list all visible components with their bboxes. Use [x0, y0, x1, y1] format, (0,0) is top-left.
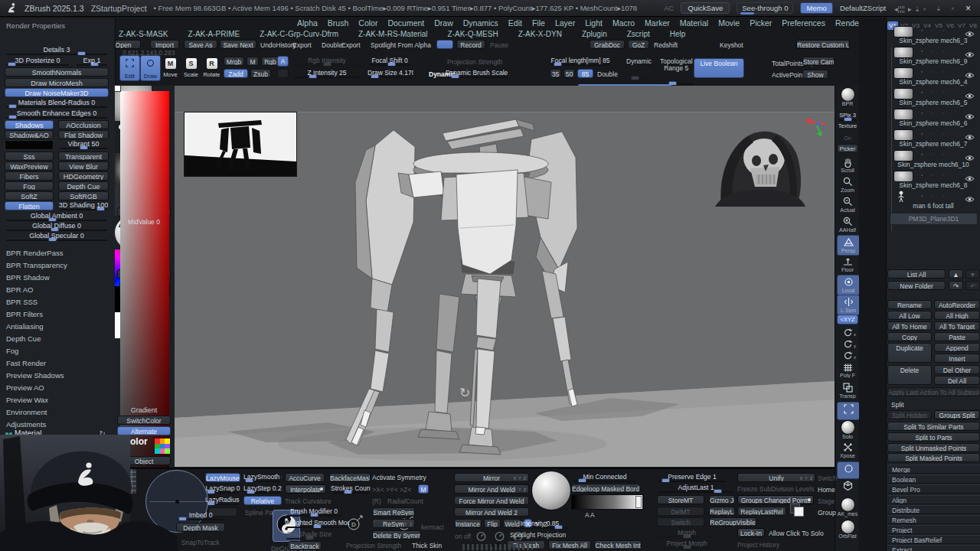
menu-dynamics[interactable]: Dynamics — [463, 18, 498, 28]
subtool-row-man-6-foot-tall[interactable]: ▪◦◦man 6 foot tall — [887, 191, 979, 210]
menu-help[interactable]: Help — [670, 30, 686, 38]
slider-lazysmooth-0[interactable]: LazySmooth 0 — [243, 473, 282, 482]
slider-details-3[interactable]: Details 3 — [5, 46, 109, 55]
xyz-toggles[interactable]: X Y Z — [400, 509, 413, 517]
menu-z-ak-a-prime[interactable]: Z-AK-A-PRIME — [188, 30, 240, 38]
button-switchcolor[interactable]: SwitchColor — [117, 416, 171, 425]
slider-lazystep-0-25[interactable]: LazyStep 0.25 — [243, 484, 282, 494]
strip-ak-mes[interactable]: AK_mes — [837, 497, 858, 518]
button-restore-custom-ui[interactable]: Restore Custom UI — [796, 40, 850, 49]
slider-project-morph[interactable]: Project Morph — [657, 540, 717, 549]
button-picker[interactable]: Picker — [837, 144, 858, 153]
button-aocclusion[interactable]: AOcclusion — [58, 120, 109, 129]
slider-brush-modifier-0[interactable]: Brush Modifier 0 — [285, 507, 343, 517]
strip-rotx-icon[interactable]: x — [837, 326, 858, 337]
button-rename[interactable]: Rename — [887, 300, 932, 309]
strip-solo[interactable]: Solo — [837, 420, 858, 440]
strip-l-sym-icon[interactable]: L.Sym — [837, 295, 860, 315]
button-zsub[interactable]: Zsub — [250, 69, 271, 78]
button-split-masked-points[interactable]: Split Masked Points — [887, 453, 980, 462]
button-fibers[interactable]: Fibers — [5, 171, 54, 181]
palette-section-antialiasing[interactable]: Antialiasing — [6, 323, 110, 333]
menu-material[interactable]: Material — [680, 18, 708, 28]
strip-persp-icon[interactable]: Persp — [837, 235, 860, 256]
palette-section-preview-wax[interactable]: Preview Wax — [6, 396, 110, 406]
button-item[interactable] — [277, 69, 289, 78]
subtool-row-skin-zsphere-mech6-6[interactable]: ▪◦◦Skin_zsphere mech6_6 — [887, 108, 979, 128]
button-del-other[interactable]: Del Other — [934, 365, 980, 374]
button-shadow-ao[interactable]: Shadow&AO — [5, 130, 54, 139]
button-item[interactable]: ▲ — [949, 269, 963, 279]
button-item[interactable] — [436, 40, 453, 49]
button-new-folder[interactable]: New Folder — [887, 281, 946, 290]
dial-icon[interactable] — [475, 530, 488, 544]
menu-z-ak-c-grp-curv-dfrm[interactable]: Z-AK-C-Grp-Curv-Dfrm — [260, 30, 338, 38]
button-mrgb[interactable]: Mrgb — [224, 57, 244, 66]
palette-section-fast-render[interactable]: Fast Render — [6, 360, 110, 370]
button-regroupvisible[interactable]: ReGroupVisible — [709, 517, 756, 527]
button-depth-mask[interactable]: Depth Mask — [176, 523, 225, 532]
palette-section-environment[interactable]: Environment — [6, 409, 110, 419]
menu-z-ak-s-mask[interactable]: Z-AK-S-MASK — [119, 30, 168, 38]
close-icon[interactable]: × — [962, 3, 974, 14]
section-project-basrelief[interactable]: Project BasRelief — [887, 535, 980, 544]
slider-smooth-enhance-edges-0[interactable]: Smooth Enhance Edges 0 — [5, 109, 109, 119]
see-through-slider[interactable]: See-through 0 — [737, 2, 793, 14]
button-item[interactable]: ↷ — [949, 281, 963, 290]
button-35[interactable]: 35 — [550, 69, 561, 78]
button-mirror-and-weld-2[interactable]: Mirror And Weld 2 — [454, 507, 529, 517]
button-replaylastrel[interactable]: ReplayLastRel — [737, 507, 786, 516]
menu-z-ak-m-rs-material[interactable]: Z-AK-M-RS-Material — [358, 30, 428, 38]
menu-document[interactable]: Document — [387, 18, 424, 28]
palette-section-bpr-ao[interactable]: BPR AO — [6, 286, 110, 296]
slider-spix-3[interactable]: SPix 3 — [837, 112, 858, 121]
replay-checkbox-icon[interactable] — [790, 504, 804, 516]
button-accucurve[interactable]: AccuCurve — [285, 473, 325, 482]
palette-section-depth-cue[interactable]: Depth Cue — [6, 335, 110, 345]
slider-min-connected[interactable]: Min Connected — [573, 473, 637, 482]
button-switch[interactable]: Switch — [657, 517, 704, 527]
palette-section-preview-shadows[interactable]: Preview Shadows — [6, 372, 110, 382]
slider-draw-size-4-17079[interactable]: Draw Size 4.17079 — [368, 69, 413, 78]
button-save-next[interactable]: Save Next — [220, 40, 256, 49]
slider-item[interactable] — [626, 70, 649, 80]
menu-picker[interactable]: Picker — [750, 18, 772, 28]
slider-lazyradius-1[interactable]: LazyRadius 1 — [205, 496, 240, 505]
palette-section-bpr-renderpass[interactable]: BPR RenderPass — [6, 249, 110, 259]
button-waxpreview[interactable]: WaxPreview — [5, 161, 54, 171]
menu-macro[interactable]: Macro — [612, 18, 635, 28]
quicksave-button[interactable]: QuickSave — [681, 2, 730, 14]
subtool-row-skin-zsphere-mech6-7[interactable]: ▪◦◦Skin_zsphere mech6_7 — [887, 129, 979, 148]
button-resym[interactable]: ReSymX Y Z — [372, 519, 415, 528]
slider-weighted-smooth-mode-0[interactable]: Weighted Smooth Mode 0 — [285, 519, 349, 528]
xyz-toggles[interactable]: X Y Z — [800, 474, 813, 482]
slider-rgb-intensity[interactable]: Rgb Intensity — [293, 57, 361, 66]
xyz-toggles[interactable]: X Y Z — [514, 486, 527, 494]
button-item[interactable]: ↶ — [965, 281, 980, 290]
strip-bpr[interactable]: BPR — [837, 87, 858, 110]
button-fix-mesh-all[interactable]: Fix Mesh All — [548, 540, 591, 549]
button-zadd[interactable]: Zadd — [224, 69, 248, 78]
section-merge[interactable]: Merge — [887, 465, 980, 474]
button-split-unmasked-points[interactable]: Split Unmasked Points — [887, 443, 980, 452]
button-save-as[interactable]: Save As — [184, 40, 217, 49]
button-storemt[interactable]: StoreMT — [657, 495, 704, 504]
button-draw-noisemaker3d[interactable]: Draw NoiseMaker3D — [5, 88, 109, 97]
menu-marker[interactable]: Marker — [645, 18, 670, 28]
strip-scroll-icon[interactable]: Scroll — [837, 155, 858, 174]
menu-draw[interactable]: Draw — [434, 18, 453, 28]
section-align[interactable]: Align — [887, 495, 980, 504]
slider-preserve-edge-1[interactable]: Preserve Edge 1 — [657, 473, 727, 482]
button-store-cam[interactable]: Store Cam — [802, 57, 835, 66]
button-item[interactable] — [208, 507, 237, 517]
subtool-row-skin-zsphere-mech6-8[interactable]: ▪◦◦Skin_zsphere mech6_8 — [887, 170, 979, 190]
subtool-row-skin-zsphere-mech6-9[interactable]: ▪◦◦Skin_zsphere mech6_9 — [887, 46, 979, 66]
section-extract[interactable]: Extract — [887, 545, 980, 551]
button-groups-split[interactable]: Groups Split — [934, 410, 980, 419]
tool-rotate[interactable]: RRotate — [202, 55, 221, 80]
strip-transp-icon[interactable]: Transp — [837, 381, 858, 401]
xyz-toggles[interactable]: X Y Z — [406, 532, 419, 540]
button-record[interactable]: Record — [456, 40, 485, 49]
button-all-high[interactable]: All High — [934, 311, 980, 320]
button-m[interactable]: M — [418, 484, 429, 494]
